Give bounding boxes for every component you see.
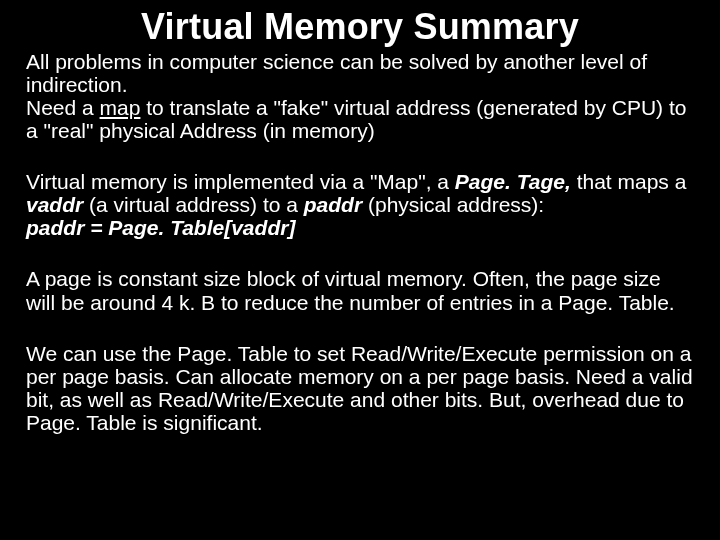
slide: Virtual Memory Summary All problems in c… bbox=[0, 0, 720, 540]
term-pagetage: Page. Tage, bbox=[455, 170, 571, 193]
slide-title: Virtual Memory Summary bbox=[26, 8, 694, 46]
underline-map: map bbox=[100, 96, 141, 119]
text: that maps a bbox=[571, 170, 687, 193]
paragraph-permissions: We can use the Page. Table to set Read/W… bbox=[26, 342, 694, 434]
equation: paddr = Page. Table[vaddr] bbox=[26, 216, 295, 239]
paragraph-map: Virtual memory is implemented via a "Map… bbox=[26, 170, 694, 239]
text: (a virtual address) to a bbox=[83, 193, 304, 216]
term-paddr: paddr bbox=[304, 193, 362, 216]
text: (physical address): bbox=[362, 193, 544, 216]
text: Need a bbox=[26, 96, 100, 119]
term-vaddr: vaddr bbox=[26, 193, 83, 216]
text: All problems in computer science can be … bbox=[26, 50, 647, 96]
paragraph-indirection: All problems in computer science can be … bbox=[26, 50, 694, 142]
text: Virtual memory is implemented via a "Map… bbox=[26, 170, 455, 193]
paragraph-page-size: A page is constant size block of virtual… bbox=[26, 267, 694, 313]
